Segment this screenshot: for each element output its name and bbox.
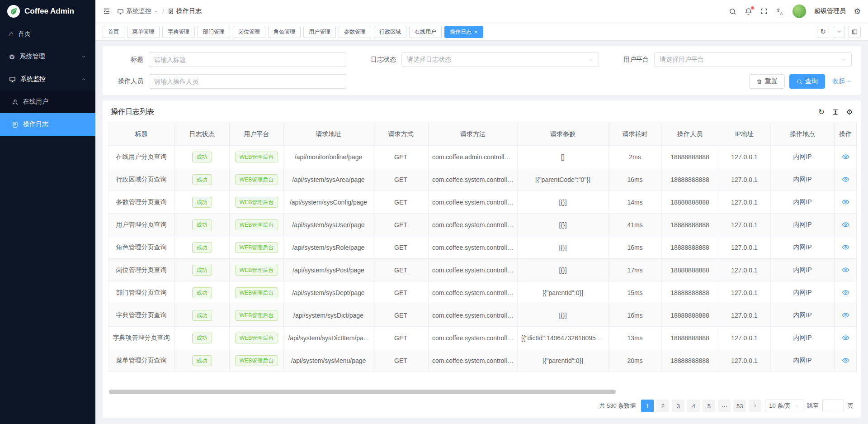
breadcrumb-item-monitor[interactable]: 系统监控 — [117, 7, 159, 15]
operator-label: 操作人员 — [112, 77, 143, 86]
field-user-platform: 用户平台 请选择用户平台 — [617, 52, 852, 67]
tab-menu-management[interactable]: 菜单管理 — [127, 26, 160, 38]
breadcrumb-label: 操作日志 — [176, 7, 202, 15]
cell-ip: 127.0.0.1 — [718, 214, 771, 236]
jump-suffix: 页 — [848, 402, 854, 410]
reset-button[interactable]: 重置 — [749, 74, 785, 89]
log-status-select[interactable]: 请选择日志状态 — [401, 52, 599, 67]
cell-title: 部门管理分页查询 — [108, 281, 175, 304]
tab-label: 首页 — [108, 28, 119, 36]
sidebar-item-operation-log[interactable]: 操作日志 — [0, 113, 95, 136]
cell-params: [] — [518, 146, 609, 168]
cell-url: /api/system/sysPost/page — [284, 259, 373, 281]
tab-label: 行政区域 — [379, 28, 401, 36]
tab-label: 菜单管理 — [132, 28, 154, 36]
tab-post-management[interactable]: 岗位管理 — [233, 26, 265, 38]
view-button[interactable] — [842, 176, 849, 183]
refresh-icon[interactable]: ↻ — [817, 26, 829, 38]
page-size-select[interactable]: 10 条/页 — [765, 400, 803, 412]
column-header: 用户平台 — [230, 123, 284, 146]
search-button[interactable]: 查询 — [789, 74, 825, 89]
field-log-status: 日志状态 请选择日志状态 — [364, 52, 599, 67]
cell-handler: com.coffee.system.controlle... — [429, 304, 518, 327]
scrollbar-thumb[interactable] — [109, 390, 616, 394]
user-name[interactable]: 超级管理员 — [814, 7, 846, 15]
platform-tag: WEB管理后台 — [235, 174, 278, 185]
bell-icon[interactable] — [745, 8, 752, 15]
density-icon[interactable] — [832, 109, 839, 116]
cell-operator: 18888888888 — [662, 349, 718, 372]
cell-url: /api/system/sysDept/page — [284, 281, 373, 304]
breadcrumb-separator: / — [162, 8, 164, 15]
cell-duration: 20ms — [609, 349, 662, 372]
view-button[interactable] — [842, 198, 849, 206]
user-platform-select[interactable]: 请选择用户平台 — [654, 52, 852, 67]
view-button[interactable] — [842, 153, 849, 161]
cell-duration: 41ms — [609, 214, 662, 236]
cell-duration: 2ms — [609, 146, 662, 168]
cell-params: [{}] — [518, 191, 609, 214]
tab-config-management[interactable]: 参数管理 — [339, 26, 371, 38]
view-button[interactable] — [842, 289, 849, 296]
search-icon[interactable] — [729, 8, 736, 15]
view-button[interactable] — [842, 311, 849, 319]
cell-ip: 127.0.0.1 — [718, 191, 771, 214]
tab-home[interactable]: 首页 — [103, 26, 124, 38]
sidebar-item-system-management[interactable]: ⚙系统管理 — [0, 45, 95, 68]
tab-user-management[interactable]: 用户管理 — [303, 26, 336, 38]
tab-online-user[interactable]: 在线用户 — [409, 26, 442, 38]
cell-platform: WEB管理后台 — [230, 259, 284, 281]
content-screen-icon[interactable] — [849, 26, 861, 38]
cell-method: GET — [373, 168, 429, 191]
page-button[interactable]: 5 — [703, 400, 715, 412]
page-button[interactable]: 1 — [641, 400, 654, 412]
tab-dict-management[interactable]: 字典管理 — [162, 26, 195, 38]
view-button[interactable] — [842, 334, 849, 342]
tab-role-management[interactable]: 角色管理 — [268, 26, 301, 38]
title-input[interactable] — [149, 52, 346, 67]
collapse-link[interactable]: 收起 — [832, 77, 852, 86]
cell-location: 内网IP — [771, 146, 835, 168]
tab-operation-log[interactable]: 操作日志× — [444, 26, 483, 38]
table-row: 岗位管理分页查询成功WEB管理后台/api/system/sysPost/pag… — [108, 259, 857, 281]
column-header: 标题 — [108, 123, 175, 146]
submenu-system-monitor: 在线用户操作日志 — [0, 91, 95, 136]
operator-input[interactable] — [149, 74, 346, 89]
view-button[interactable] — [842, 266, 849, 274]
sidebar-item-online-user[interactable]: 在线用户 — [0, 91, 95, 113]
gear-icon[interactable]: ⚙ — [854, 7, 861, 16]
log-icon — [168, 8, 174, 14]
menu-fold-icon[interactable] — [103, 7, 111, 15]
tabs-list: 首页菜单管理字典管理部门管理岗位管理角色管理用户管理参数管理行政区域在线用户操作… — [103, 26, 812, 38]
cell-ip: 127.0.0.1 — [718, 168, 771, 191]
view-button[interactable] — [842, 221, 849, 229]
jump-input[interactable] — [822, 400, 844, 412]
refresh-icon[interactable]: ↻ — [818, 108, 824, 116]
sidebar-item-home[interactable]: ⌂首页 — [0, 23, 95, 45]
view-button[interactable] — [842, 357, 849, 364]
cell-url: /api/system/sysArea/page — [284, 168, 373, 191]
table-title: 操作日志列表 — [111, 107, 154, 117]
sidebar-item-system-monitor[interactable]: 系统监控 — [0, 68, 95, 91]
page-more-button[interactable]: ··· — [718, 400, 731, 412]
tab-dept-management[interactable]: 部门管理 — [198, 26, 230, 38]
column-header: 请求耗时 — [609, 123, 662, 146]
page-button[interactable]: 3 — [672, 400, 684, 412]
page-button[interactable]: 2 — [656, 400, 669, 412]
gear-icon[interactable]: ⚙ — [846, 108, 853, 116]
page-button[interactable]: 53 — [733, 400, 746, 412]
cell-ip: 127.0.0.1 — [718, 259, 771, 281]
chevron-down-icon — [841, 57, 846, 62]
next-page-button[interactable] — [749, 400, 761, 412]
fullscreen-icon[interactable] — [760, 8, 768, 15]
translate-icon[interactable]: 文A — [776, 7, 784, 16]
status-tag: 成功 — [192, 355, 212, 366]
chevron-down-icon[interactable] — [833, 26, 845, 38]
cell-status: 成功 — [175, 191, 230, 214]
close-icon[interactable]: × — [474, 29, 478, 35]
page-button[interactable]: 4 — [687, 400, 700, 412]
logo[interactable]: Coffee Admin — [0, 0, 95, 23]
tab-area-management[interactable]: 行政区域 — [374, 26, 406, 38]
avatar[interactable] — [793, 5, 806, 18]
view-button[interactable] — [842, 243, 849, 251]
